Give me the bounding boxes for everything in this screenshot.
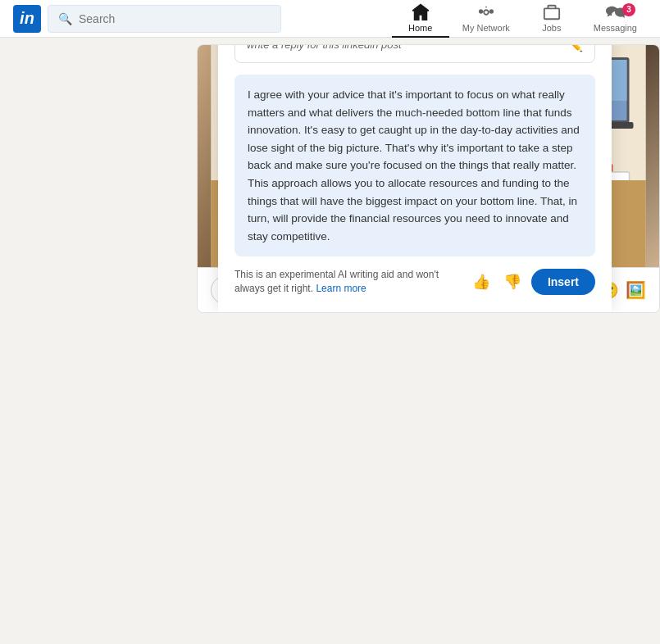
nav-items: Home My Network Jobs 3 Messaging (392, 0, 647, 38)
edit-prompt-icon[interactable]: ✏️ (567, 44, 583, 52)
nav-item-messaging[interactable]: 3 Messaging (584, 0, 647, 38)
post-card: Aldi (197, 44, 660, 313)
footer-disclaimer: This is an experimental AI writing aid a… (234, 268, 469, 296)
help-me-write-modal: Help me write × write a reply for this l… (218, 44, 612, 312)
ai-response-box: I agree with your advice that it's impor… (234, 75, 595, 256)
modal-footer: This is an experimental AI writing aid a… (234, 268, 595, 296)
image-button[interactable]: 🖼️ (626, 280, 646, 300)
main-layout: Aldi (0, 38, 660, 644)
thumbs-up-button[interactable]: 👍 (469, 270, 494, 294)
prompt-bar: write a reply for this linkedin post ✏️ (234, 44, 595, 63)
network-icon (476, 3, 496, 21)
feed-container: Aldi (197, 44, 660, 644)
learn-more-link[interactable]: Learn more (316, 283, 366, 294)
nav-item-home[interactable]: Home (392, 0, 449, 38)
left-sidebar (0, 38, 197, 644)
home-icon (411, 3, 430, 21)
nav-item-network[interactable]: My Network (453, 0, 520, 38)
jobs-icon (542, 3, 562, 21)
nav-messaging-label: Messaging (594, 23, 637, 33)
navbar: in 🔍 Home My Network Jobs (0, 0, 660, 38)
nav-item-jobs[interactable]: Jobs (523, 0, 580, 38)
insert-button[interactable]: Insert (531, 269, 595, 295)
search-bar[interactable]: 🔍 (48, 5, 281, 33)
nav-home-label: Home (408, 23, 432, 33)
search-icon: 🔍 (58, 12, 72, 25)
messaging-badge: 3 (622, 3, 635, 16)
linkedin-logo[interactable]: in (13, 5, 41, 33)
feed-area: Aldi (197, 38, 660, 644)
thumbs-down-button[interactable]: 👎 (500, 270, 525, 294)
prompt-text: write a reply for this linkedin post (247, 44, 402, 51)
search-input[interactable] (79, 12, 271, 25)
nav-network-label: My Network (462, 23, 510, 33)
footer-actions: 👍 👎 Insert (469, 269, 595, 295)
nav-jobs-label: Jobs (542, 23, 561, 33)
